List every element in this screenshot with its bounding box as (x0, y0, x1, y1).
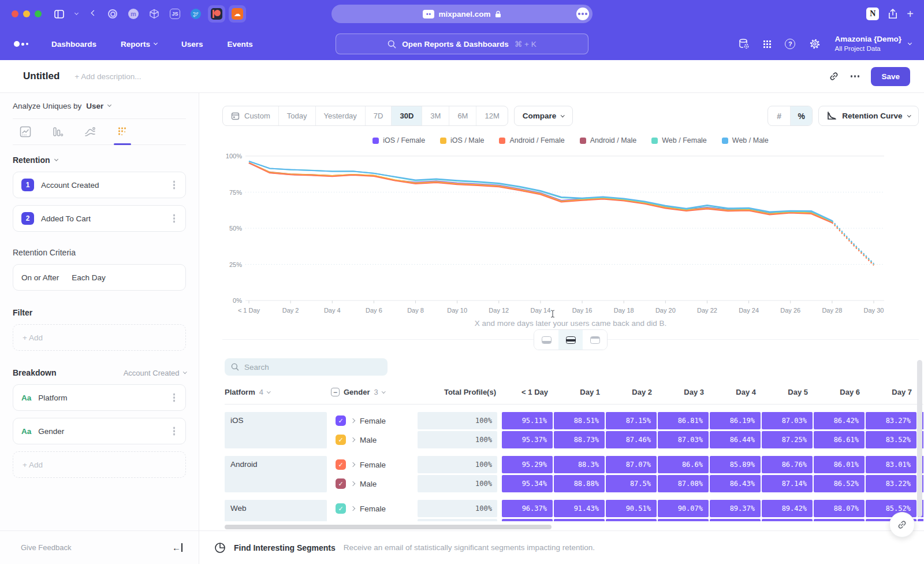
day-column-header[interactable]: Day 4 (710, 388, 762, 396)
horizontal-scrollbar[interactable] (225, 525, 552, 529)
cube-icon[interactable] (146, 5, 163, 23)
retention-value-cell[interactable]: 86.19% (710, 412, 761, 429)
close-window-icon[interactable] (12, 10, 18, 17)
retention-value-cell[interactable]: 95.11% (502, 412, 553, 429)
retention-value-cell[interactable]: 85.89% (710, 456, 761, 473)
retention-value-cell[interactable]: 88.51% (554, 412, 605, 429)
percent-toggle[interactable]: % (790, 106, 812, 125)
mixpanel-logo-icon[interactable] (14, 41, 28, 47)
legend-item[interactable]: Android / Male (580, 136, 637, 144)
row-checkbox[interactable]: ✓ (336, 503, 346, 514)
vertical-scrollbar[interactable] (917, 360, 922, 517)
retention-value-cell[interactable]: 91.43% (554, 500, 605, 517)
project-switcher[interactable]: Amazonia {Demo} All Project Data (834, 35, 911, 53)
retention-value-cell[interactable]: 87.5% (606, 475, 657, 492)
retention-value-cell[interactable]: 96.37% (502, 500, 553, 517)
apps-grid-icon[interactable] (763, 40, 771, 48)
day-column-header[interactable]: Day 5 (762, 388, 814, 396)
address-bar[interactable]: •• mixpanel.com (331, 5, 593, 23)
nav-reports[interactable]: Reports (121, 40, 157, 49)
retention-value-cell[interactable]: 88.3% (554, 456, 605, 473)
platform-cell[interactable]: iOS (225, 412, 327, 448)
add-description-field[interactable]: + Add description... (74, 72, 829, 81)
retention-value-cell[interactable]: 87.03% (762, 412, 813, 429)
nav-events[interactable]: Events (228, 40, 253, 49)
day-column-header[interactable]: Day 2 (606, 388, 658, 396)
range-7d[interactable]: 7D (365, 106, 392, 125)
minimize-window-icon[interactable] (23, 10, 30, 17)
breakdown-platform[interactable]: Aa Platform (13, 384, 186, 411)
row-checkbox[interactable]: ✓ (336, 435, 346, 445)
retention-value-cell[interactable]: 86.81% (658, 412, 709, 429)
kebab-menu-icon[interactable] (173, 430, 176, 432)
row-checkbox[interactable]: ✓ (336, 415, 346, 426)
soundcloud-icon[interactable]: ☁ (229, 5, 246, 23)
gender-cell[interactable]: ✓Male (331, 475, 418, 492)
global-search-input[interactable]: Open Reports & Dashboards ⌘ + K (336, 34, 588, 54)
day-column-header[interactable]: Day 7 (866, 388, 918, 396)
nav-users[interactable]: Users (181, 40, 203, 49)
split-view-icon[interactable] (558, 330, 583, 350)
expand-row-icon[interactable] (351, 418, 355, 423)
kebab-menu-icon[interactable] (173, 396, 176, 399)
help-icon[interactable]: ? (785, 39, 795, 49)
breakdown-gender[interactable]: Aa Gender (13, 418, 186, 444)
retention-value-cell[interactable]: 87.07% (606, 456, 657, 473)
retention-value-cell[interactable] (918, 519, 923, 521)
retention-value-cell[interactable]: 91.41% (554, 519, 605, 521)
tab-retention[interactable] (110, 119, 135, 144)
table-only-view-icon[interactable] (583, 330, 607, 350)
tab-funnels[interactable] (45, 119, 70, 144)
segments-title[interactable]: Find Interesting Segments (234, 543, 336, 552)
new-tab-icon[interactable]: + (907, 8, 914, 21)
retention-value-cell[interactable]: 86.61% (814, 431, 865, 448)
retention-value-cell[interactable]: 87.14% (762, 475, 813, 492)
retention-value-cell[interactable]: 96.24% (502, 519, 553, 521)
count-toggle[interactable]: # (768, 106, 790, 125)
range-yesterday[interactable]: Yesterday (315, 106, 365, 125)
row-checkbox[interactable]: ✓ (336, 459, 346, 470)
table-search-input[interactable]: Search (225, 358, 388, 376)
breakdown-event-dropdown[interactable]: Account Created (124, 369, 186, 377)
retention-value-cell[interactable]: 90.01% (658, 519, 709, 521)
retention-value-cell[interactable]: 95.37% (502, 431, 553, 448)
gender-cell[interactable]: ✓Female (331, 456, 418, 473)
retention-value-cell[interactable]: 86.52% (814, 475, 865, 492)
retention-value-cell[interactable]: 88.88% (554, 475, 605, 492)
select-all-checkbox[interactable]: − (331, 388, 340, 396)
legend-item[interactable]: Web / Female (651, 136, 707, 144)
retention-value-cell[interactable]: 86.6% (658, 456, 709, 473)
retention-value-cell[interactable]: 87.08% (658, 475, 709, 492)
platform-cell[interactable]: Web (225, 500, 327, 521)
data-management-icon[interactable] (738, 38, 750, 50)
criteria-operator[interactable]: On or After (21, 273, 59, 282)
patreon-icon[interactable] (208, 5, 225, 23)
range-custom[interactable]: Custom (223, 106, 278, 125)
chart-type-dropdown[interactable]: Retention Curve (818, 106, 919, 126)
retention-value-cell[interactable]: 90.51% (606, 500, 657, 517)
gender-cell[interactable]: ✓Female (331, 500, 418, 517)
add-breakdown-button[interactable]: + Add (13, 451, 186, 478)
gender-column-header[interactable]: − Gender 3 (331, 388, 418, 396)
retention-value-cell[interactable]: 87.25% (762, 431, 813, 448)
retention-value-cell[interactable]: 83.22% (866, 475, 916, 492)
range-today[interactable]: Today (278, 106, 315, 125)
retention-value-cell[interactable]: 89.48% (762, 519, 813, 521)
retention-chart[interactable]: 0%25%50%75%100%< 1 DayDay 2Day 4Day 6Day… (222, 148, 919, 319)
legend-item[interactable]: iOS / Female (372, 136, 425, 144)
m-avatar-icon[interactable]: m (125, 5, 142, 23)
legend-item[interactable]: iOS / Male (440, 136, 484, 144)
retention-value-cell[interactable]: 88.73% (554, 431, 605, 448)
nav-dashboards[interactable]: Dashboards (51, 40, 96, 49)
add-filter-button[interactable]: + Add (13, 324, 186, 351)
retention-value-cell[interactable]: 86.42% (814, 412, 865, 429)
day-column-header[interactable]: Day 1 (554, 388, 606, 396)
retention-step-1[interactable]: 1 Account Created (13, 172, 186, 198)
retention-value-cell[interactable]: 89.42% (762, 500, 813, 517)
range-12m[interactable]: 12M (476, 106, 507, 125)
tab-insights[interactable] (13, 119, 38, 144)
retention-value-cell[interactable]: 83.27% (866, 412, 916, 429)
expand-row-icon[interactable] (351, 506, 355, 511)
kebab-menu-icon[interactable] (173, 217, 176, 220)
page-actions-icon[interactable] (576, 8, 589, 20)
